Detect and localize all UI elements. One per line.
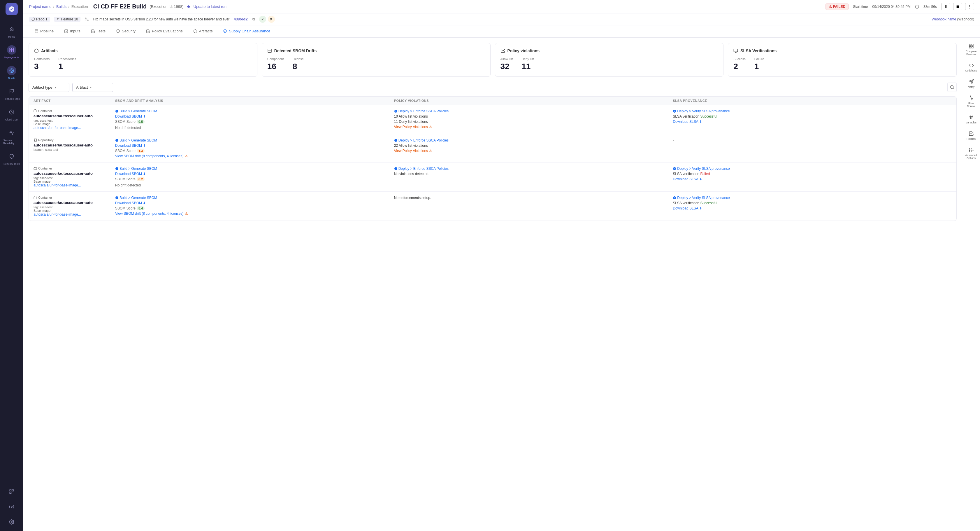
tab-inputs[interactable]: Inputs [59,26,85,37]
right-panel-notify[interactable]: Notify [963,76,980,91]
svg-point-6 [11,70,13,72]
policy-cell-2: Deploy > Enforce SSCA Policies 22 Allow … [394,138,673,153]
breadcrumb-execution: Execution [72,4,88,9]
sbom-pipeline-link-3[interactable]: Build > Generate SBOM [115,167,394,171]
base-image-link-1[interactable]: autoscale/url-for-base-image... [33,126,115,130]
tab-supply-chain-assurance[interactable]: Supply Chain Assurance [218,26,275,37]
download-sbom-3[interactable]: Download SBOM ⬇ [115,172,394,176]
slsa-pipeline-link-4[interactable]: Deploy > Verify SLSA provenance [673,196,952,200]
artifact-type-filter[interactable]: Artifact type ▾ [29,83,69,92]
svg-point-31 [115,139,118,142]
tab-tests[interactable]: Tests [86,26,111,37]
svg-point-0 [9,6,14,12]
svg-point-38 [115,196,118,199]
sbom-pipeline-link-4[interactable]: Build > Generate SBOM [115,196,394,200]
artifact-cell-3: Container autosscauser/autosscauser-auto… [33,167,115,187]
tab-pipeline[interactable]: Pipeline [29,26,59,37]
search-button[interactable] [947,83,957,92]
policy-pipeline-link-1[interactable]: Deploy > Enforce SSCA Policies [394,109,673,113]
svg-line-26 [953,88,954,89]
svg-point-30 [673,110,676,113]
build-name: CI CD FF E2E Build [93,3,146,10]
tab-bar: Pipeline Inputs Tests Security Policy Ev… [23,26,980,38]
right-panel-policies[interactable]: Policies [963,128,980,143]
status-icons: ✓ ⚑ [259,16,275,23]
sbom-score-4: SBOM Score 8.4 [115,206,394,210]
right-panel: Compare Versions Codebase Notify Flow Co… [962,38,980,531]
pause-button[interactable]: ⏸ [941,3,950,10]
commit-msg: Fix image secrets in OSS version 2.23 fo… [93,17,230,21]
sidebar-item-builds[interactable]: Builds [2,63,22,83]
stop-button[interactable]: ⏹ [953,3,962,10]
svg-line-49 [972,115,972,119]
topbar-right: ⚠ FAILED Start time 09/14/2020 04:30:45 … [826,3,974,10]
sidebar-item-settings[interactable] [2,517,22,528]
policy-pipeline-link-3[interactable]: Deploy > Enforce SSCA Policies [394,167,673,171]
sidebar-item-cloud-cost[interactable]: Cloud Cost [2,104,22,124]
right-panel-advanced-options[interactable]: Advanced Options [963,144,980,163]
exec-id: (Execution Id: 1998) [150,4,183,9]
sbom-cell-3: Build > Generate SBOM Download SBOM ⬇ SB… [115,167,394,187]
sidebar-item-security-tests[interactable]: Security Tests [2,149,22,168]
download-slsa-4[interactable]: Download SLSA ⬇ [673,206,952,210]
more-button[interactable]: ⋮ [965,3,974,10]
right-panel-codebase[interactable]: Codebase [963,60,980,75]
view-policy-violations-2[interactable]: View Policy Violations ⚠ [394,149,673,153]
artifact-filter[interactable]: Artifact ▾ [72,83,113,92]
breadcrumb-project[interactable]: Project name [29,4,52,9]
sidebar-item-deployments[interactable]: Deployments [2,42,22,62]
sbom-cell-1: Build > Generate SBOM Download SBOM ⬇ SB… [115,109,394,130]
svg-rect-10 [10,492,11,494]
view-sbom-drift-4[interactable]: View SBOM drift (8 components, 4 license… [115,212,394,215]
data-table: ARTIFACT SBOM AND DRIFT ANALYSIS POLICY … [29,96,957,221]
view-policy-violations-1[interactable]: View Policy Violations ⚠ [394,125,673,129]
download-sbom-4[interactable]: Download SBOM ⬇ [115,201,394,205]
sbom-pipeline-link-2[interactable]: Build > Generate SBOM [115,138,394,142]
download-sbom-1[interactable]: Download SBOM ⬇ [115,114,394,118]
commit-hash[interactable]: 438b6c2 [234,17,248,21]
svg-point-35 [395,167,397,170]
svg-rect-40 [969,44,970,46]
app-logo[interactable] [6,3,18,15]
slsa-pipeline-link-3[interactable]: Deploy > Verify SLSA provenance [673,167,952,171]
summary-card-artifacts: Artifacts Containers 3 Repositories 1 [29,43,258,77]
right-panel-variables[interactable]: Variables [963,112,980,127]
filter-row: Artifact type ▾ Artifact ▾ [29,83,957,92]
view-sbom-drift-2[interactable]: View SBOM drift (8 components, 4 license… [115,154,394,158]
base-image-link-3[interactable]: autoscale/url-for-base-image... [33,183,115,187]
svg-point-12 [11,521,13,523]
update-latest-link[interactable]: Update to latest run [194,4,226,9]
policy-pipeline-link-2[interactable]: Deploy > Enforce SSCA Policies [394,138,673,142]
table-row: Container autosscauser/autosscauser-auto… [29,105,956,134]
svg-point-32 [395,139,397,142]
sbom-cell-4: Build > Generate SBOM Download SBOM ⬇ SB… [115,196,394,215]
tab-artifacts[interactable]: Artifacts [188,26,218,37]
tab-policy-evaluations[interactable]: Policy Evaluations [141,26,188,37]
tab-security[interactable]: Security [111,26,141,37]
svg-point-5 [10,69,14,73]
status-check-icon: ✓ [259,16,266,23]
sidebar: Home Deployments Builds Feature Flags Cl… [0,0,23,531]
artifact-cell-1: Container autosscauser/autosscauser-auto… [33,109,115,130]
content-area: Artifacts Containers 3 Repositories 1 [23,38,980,531]
right-panel-flow-control[interactable]: Flow Control [963,92,980,110]
webhook-link[interactable]: Webhook name (Webhook) [932,17,974,21]
base-image-link-4[interactable]: autoscale/url-for-base-image... [33,212,115,217]
sbom-cell-2: Build > Generate SBOM Download SBOM ⬇ SB… [115,138,394,158]
table-row: Container autosscauser/autosscauser-auto… [29,163,956,192]
sidebar-item-misc1[interactable] [2,486,22,497]
slsa-pipeline-link-1[interactable]: Deploy > Verify SLSA provenance [673,109,952,113]
svg-rect-2 [12,48,14,49]
sidebar-item-service-reliability[interactable]: Service Reliability [2,125,22,148]
sidebar-item-home[interactable]: Home [2,22,22,41]
copy-hash-button[interactable]: ⧉ [252,17,255,22]
svg-point-28 [115,110,118,113]
breadcrumb-builds[interactable]: Builds [56,4,67,9]
download-sbom-2[interactable]: Download SBOM ⬇ [115,144,394,148]
download-slsa-3[interactable]: Download SLSA ⬇ [673,177,952,181]
sidebar-item-feature-flags[interactable]: Feature Flags [2,84,22,103]
right-panel-compare-versions[interactable]: Compare Versions [963,41,980,59]
sidebar-item-misc2[interactable] [2,501,22,512]
download-slsa-1[interactable]: Download SLSA ⬇ [673,120,952,124]
sbom-pipeline-link-1[interactable]: Build > Generate SBOM [115,109,394,113]
